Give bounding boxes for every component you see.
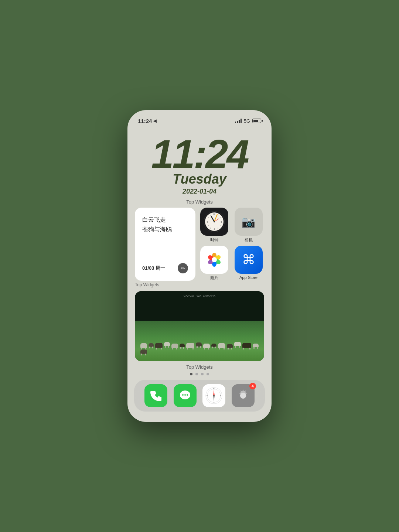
note-line2: 苍狗与海鸥 xyxy=(142,225,188,234)
status-bar: 11:24 ◀ 5G xyxy=(127,110,272,126)
top-widgets-grid: 白云飞走 苍狗与海鸥 01/03 周一 ✏ 12 3 6 9 1 xyxy=(127,208,272,281)
photo-widget[interactable]: CAPCUT WATERMARK xyxy=(135,291,264,361)
battery-fill xyxy=(253,120,258,122)
photos-app-label: 照片 xyxy=(210,275,218,281)
svg-text:5: 5 xyxy=(218,228,218,229)
appstore-app-cell[interactable]: ⌘ App Store xyxy=(233,246,264,281)
svg-text:W: W xyxy=(207,395,208,396)
signal-bars-icon xyxy=(235,119,242,123)
svg-text:E: E xyxy=(220,395,221,396)
appstore-icon-svg: ⌘ xyxy=(241,252,257,268)
dock-phone-icon[interactable] xyxy=(144,384,167,407)
note-date: 01/03 周一 xyxy=(142,265,165,272)
svg-text:11: 11 xyxy=(210,215,211,216)
svg-text:S: S xyxy=(214,402,215,403)
svg-text:2: 2 xyxy=(220,217,221,218)
phone-svg-icon xyxy=(149,389,163,402)
photos-flower-icon xyxy=(205,250,224,269)
svg-point-29 xyxy=(184,394,186,396)
camera-app-label: 相机 xyxy=(245,237,253,243)
svg-point-28 xyxy=(182,394,184,396)
clock-day: Tuesday xyxy=(127,171,272,187)
clock-app-cell[interactable]: 12 3 6 9 1 2 4 5 7 8 10 11 xyxy=(198,208,230,243)
time-display: 11:24 xyxy=(138,118,152,124)
location-arrow-icon: ◀ xyxy=(153,119,156,123)
safari-svg-icon: N S E W xyxy=(205,387,223,405)
note-content: 白云飞走 苍狗与海鸥 xyxy=(142,215,188,234)
note-edit-button[interactable]: ✏ xyxy=(178,263,188,273)
camera-app-cell[interactable]: 📷 相机 xyxy=(233,208,264,243)
status-time: 11:24 ◀ xyxy=(138,118,156,124)
note-footer: 01/03 周一 ✏ xyxy=(142,263,188,273)
svg-point-24 xyxy=(212,257,217,262)
photos-app-icon[interactable] xyxy=(200,246,228,274)
dock: N S E W 4 xyxy=(134,380,265,412)
page-dot-4[interactable] xyxy=(207,373,209,375)
page-dot-2[interactable] xyxy=(195,373,198,375)
page-dots xyxy=(127,373,272,375)
svg-point-30 xyxy=(187,394,188,396)
clock-display-widget: 11:24 Tuesday 2022-01-04 xyxy=(127,126,272,195)
dock-safari-icon[interactable]: N S E W xyxy=(202,384,225,407)
note-widget-label: Top Widgets xyxy=(127,281,272,287)
camera-icon: 📷 xyxy=(242,215,255,228)
photos-app-cell[interactable]: 照片 xyxy=(198,246,230,281)
clock-date: 2022-01-04 xyxy=(127,188,272,195)
dock-messages-icon[interactable] xyxy=(174,384,197,407)
svg-text:7: 7 xyxy=(210,228,211,229)
status-icons: 5G xyxy=(235,118,261,124)
network-type: 5G xyxy=(244,118,250,124)
svg-text:12: 12 xyxy=(213,213,215,215)
note-widget[interactable]: 白云飞走 苍狗与海鸥 01/03 周一 ✏ xyxy=(135,208,195,281)
messages-svg-icon xyxy=(178,389,192,403)
svg-text:3: 3 xyxy=(221,221,222,223)
svg-text:8: 8 xyxy=(208,225,209,226)
battery-icon xyxy=(252,119,261,123)
svg-text:⌘: ⌘ xyxy=(242,252,255,267)
camera-app-icon[interactable]: 📷 xyxy=(235,208,263,236)
svg-text:10: 10 xyxy=(208,217,209,218)
sheep-field xyxy=(135,342,264,354)
clock-time-big: 11:24 xyxy=(127,134,272,174)
svg-text:N: N xyxy=(214,388,215,390)
appstore-app-label: App Store xyxy=(239,275,258,280)
appstore-app-icon[interactable]: ⌘ xyxy=(235,246,263,274)
settings-badge: 4 xyxy=(249,383,256,389)
page-dot-3[interactable] xyxy=(201,373,204,375)
svg-text:6: 6 xyxy=(214,228,215,230)
bottom-widgets-label: Top Widgets xyxy=(127,364,272,370)
clock-svg: 12 3 6 9 1 2 4 5 7 8 10 11 xyxy=(203,211,225,233)
svg-text:1: 1 xyxy=(218,215,218,216)
clock-app-icon[interactable]: 12 3 6 9 1 2 4 5 7 8 10 11 xyxy=(200,208,228,236)
clock-app-label: 时钟 xyxy=(210,237,218,243)
svg-text:9: 9 xyxy=(207,221,208,223)
phone-frame: 11:24 ◀ 5G 11:24 Tuesday 2022-01-04 Top … xyxy=(127,110,272,422)
svg-text:4: 4 xyxy=(220,225,221,226)
top-widgets-section-label: Top Widgets xyxy=(127,199,272,205)
svg-point-39 xyxy=(213,395,215,396)
dock-settings-icon[interactable]: 4 xyxy=(232,384,255,407)
page-dot-1[interactable] xyxy=(190,373,192,375)
settings-svg-icon xyxy=(235,388,251,403)
svg-point-17 xyxy=(214,221,215,222)
grass-field xyxy=(135,321,264,361)
note-line1: 白云飞走 xyxy=(142,215,188,225)
photo-watermark: CAPCUT WATERMARK xyxy=(184,294,215,297)
photo-widget-image: CAPCUT WATERMARK xyxy=(135,291,264,361)
